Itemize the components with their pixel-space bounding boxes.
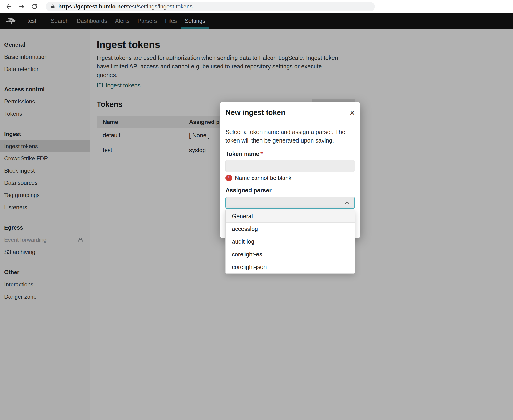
dropdown-option-corelight-json[interactable]: corelight-json [226, 261, 355, 273]
assigned-parser-label: Assigned parser [225, 187, 355, 194]
lock-icon [50, 4, 55, 9]
modal-title: New ingest token [225, 108, 285, 117]
back-button[interactable] [4, 1, 14, 12]
url-text: https://gcptest.humio.net/test/settings/… [58, 3, 193, 10]
dropdown-option-audit-log[interactable]: audit-log [226, 235, 355, 248]
token-name-label: Token name * [225, 150, 355, 157]
forward-button[interactable] [16, 1, 27, 12]
dropdown-option-general[interactable]: General [226, 210, 355, 223]
error-icon: ! [225, 175, 232, 181]
modal-body: Select a token name and assign a parser.… [220, 122, 360, 238]
back-arrow-icon [5, 3, 13, 10]
chevron-up-icon [344, 199, 350, 206]
url-domain: https://gcptest.humio.net [58, 3, 126, 10]
url-path: /test/settings/ingest-tokens [126, 3, 193, 10]
required-marker: * [260, 150, 263, 157]
reload-icon [31, 3, 38, 10]
close-icon: × [349, 108, 355, 118]
token-name-label-text: Token name [225, 150, 259, 157]
parser-select-wrap: General accesslog audit-log corelight-es… [225, 197, 355, 209]
close-button[interactable]: × [349, 108, 355, 117]
parser-select[interactable] [225, 197, 355, 209]
forward-arrow-icon [18, 3, 25, 10]
modal-header: New ingest token × [220, 102, 360, 122]
browser-chrome: https://gcptest.humio.net/test/settings/… [0, 0, 513, 13]
url-bar[interactable]: https://gcptest.humio.net/test/settings/… [46, 2, 375, 11]
reload-button[interactable] [29, 1, 39, 12]
parser-dropdown: General accesslog audit-log corelight-es… [225, 210, 355, 274]
dropdown-option-accesslog[interactable]: accesslog [226, 223, 355, 235]
error-message: Name cannot be blank [235, 175, 291, 181]
validation-error-row: ! Name cannot be blank [225, 175, 355, 181]
modal-intro-text: Select a token name and assign a parser.… [225, 128, 355, 145]
token-name-input[interactable] [225, 160, 355, 172]
dropdown-option-corelight-es[interactable]: corelight-es [226, 248, 355, 261]
new-ingest-token-modal: New ingest token × Select a token name a… [220, 102, 360, 238]
